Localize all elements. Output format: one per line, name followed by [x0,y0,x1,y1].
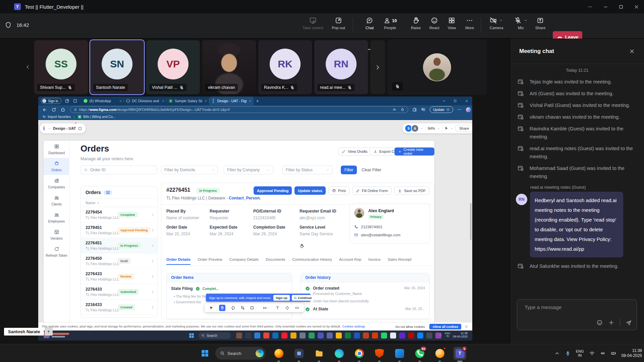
battery-icon[interactable] [611,351,616,356]
fill-online-form-button[interactable]: Fill Online Form [352,186,392,195]
vscode[interactable] [393,347,406,360]
cookie-settings-link[interactable]: Cookies settings [342,325,365,328]
sidebar-item[interactable]: Clients [44,192,69,209]
present-chevron-icon[interactable] [450,127,453,130]
tiles-scroll-right-button[interactable] [370,40,385,94]
sidebar-item[interactable]: Employees [44,209,69,226]
clear-filter-button[interactable]: Clear Filter [362,168,381,172]
favorites-icon[interactable] [421,107,426,112]
filter-company-dropdown[interactable]: Filter by Company [224,166,273,174]
teams[interactable]: 1 [453,347,466,360]
edge[interactable] [333,347,345,360]
pop-out-button[interactable]: Pop out [332,17,345,30]
close-chat-panel-button[interactable] [629,49,635,54]
zoom-chevron-icon[interactable] [437,127,440,130]
volume-icon[interactable] [600,351,605,356]
participant-tile[interactable]: vikram chavan [202,40,256,94]
allow-cookies-button[interactable]: Allow all cookies [429,324,461,329]
participant-tile[interactable]: VP Vishal Patil ... [146,40,200,94]
figma-tool-button[interactable] [240,306,245,310]
workspaces-icon[interactable] [65,99,69,103]
tab-actions-icon[interactable] [73,99,77,103]
participant-tile[interactable]: SN Santosh Narate [90,40,144,94]
browser-close-button[interactable] [461,97,472,105]
browser-tab[interactable]: Design - UAT - Figma [209,97,254,105]
tiles-scroll-left-button[interactable] [23,61,32,73]
close-tab-icon[interactable] [249,100,252,103]
chat-input[interactable]: Type a message [517,299,637,330]
raise-hand-button[interactable]: Raise [411,17,421,30]
contact-phone[interactable]: 2123874901 [354,225,382,229]
detail-tab[interactable]: Company Details [229,257,259,265]
update-status-button[interactable]: Update status [294,186,326,195]
sidebar-item[interactable]: Companies [44,175,69,192]
whatsapp[interactable]: 81 [413,347,426,360]
close-tab-icon[interactable] [119,100,122,103]
favorite-icon[interactable] [400,108,405,112]
read-aloud-icon[interactable] [392,108,396,112]
new-tab-button[interactable]: + [256,98,259,104]
detail-tab[interactable]: Sales Receipt [388,257,412,265]
deny-cookies-button[interactable]: Do not allow cookies [395,325,425,328]
close-tab-icon[interactable] [162,100,165,103]
file-explorer[interactable] [313,347,325,360]
detail-tab[interactable]: Communication History [292,257,332,265]
figma-signup-button[interactable]: Sign up [273,295,290,301]
contact-email[interactable]: alex@vstatefilings.com [354,233,400,237]
maximize-button[interactable] [613,0,629,13]
camera-button[interactable]: Camera [490,17,503,30]
minimize-button[interactable] [598,0,613,13]
figma-share-button[interactable]: Share [455,125,472,132]
close-tab-icon[interactable] [204,100,207,103]
figma-tool-button[interactable] [295,306,299,310]
figma-tool-button[interactable] [209,306,214,310]
detail-tab[interactable]: Account Rep [339,257,361,265]
sidebar-item[interactable]: Refresh Token [44,243,69,260]
participant-tile[interactable]: SS Shivani Sup... [34,40,88,94]
start-button[interactable] [201,349,209,358]
taskbar-search-box[interactable]: Search [215,347,266,360]
filter-domicile-dropdown[interactable]: Filter by Domicile [161,166,218,174]
sidebar-item[interactable]: Vendors [44,226,69,243]
google-continue-button[interactable]: GContinue [292,295,314,301]
figma-tool-button[interactable] [219,305,225,311]
name-column-header[interactable]: Name [81,199,157,207]
chevron-down-icon[interactable] [420,127,423,130]
taskbar-clock[interactable]: 11:3808-04-2025 [622,348,642,358]
presenter-pin-button[interactable] [45,327,53,336]
figma-tool-button[interactable] [263,306,270,310]
order-row[interactable]: 2276451 TL Flex Holdings LLC In Progress [81,238,157,253]
chat-message-bubble[interactable]: Redberyl and Santosh added read.ai meeti… [530,192,623,257]
close-cookie-banner-icon[interactable] [465,325,468,328]
mic-options-chevron-icon[interactable] [524,18,528,22]
order-row[interactable]: 2276433 TL Flex Holdings LLC Submitted [81,284,157,300]
browser-sign-in-button[interactable]: Sign in [41,98,61,104]
browser-update-button[interactable]: Update [430,106,453,113]
browser-tab[interactable]: DC Divisions and Surroundings [124,97,167,105]
language-indicator[interactable]: ENGIN [576,349,584,357]
home-icon[interactable] [60,107,65,112]
zoom-level[interactable]: 94% [428,126,435,130]
browser-tab[interactable]: Sample Salary Structure with calc [167,97,209,105]
sidebar-item[interactable]: Dashboard [44,141,69,158]
detail-tab[interactable]: Order Preview [198,257,222,265]
more-button[interactable]: More [465,17,474,30]
figma-tool-button[interactable] [285,306,289,310]
order-row[interactable]: 2276433 TL Flex Holdings LLC Review [81,269,157,284]
figma-tool-button[interactable] [231,306,235,310]
copilot-icon[interactable] [466,107,471,112]
detail-tab[interactable]: Invoice [368,257,380,265]
figma-tool-button[interactable] [250,306,257,310]
mic-button[interactable]: Mic [514,17,528,30]
figma-tool-button[interactable] [275,306,280,310]
browser-maximize-button[interactable] [449,97,461,105]
emoji-icon[interactable] [596,319,603,326]
attach-icon[interactable] [608,319,614,326]
collaborator-avatar[interactable]: A [412,125,418,132]
bookmark-item[interactable]: Bills | Billing and Co... [83,115,116,119]
browser-minimize-button[interactable] [438,97,449,105]
collaborator-avatar[interactable]: S [405,125,412,132]
participant-tile[interactable]: RK Ravindra K... [258,40,312,94]
order-row[interactable]: 2279454 TL Flex Holdings LLC Complete [81,207,157,223]
extensions-icon[interactable] [412,107,417,112]
